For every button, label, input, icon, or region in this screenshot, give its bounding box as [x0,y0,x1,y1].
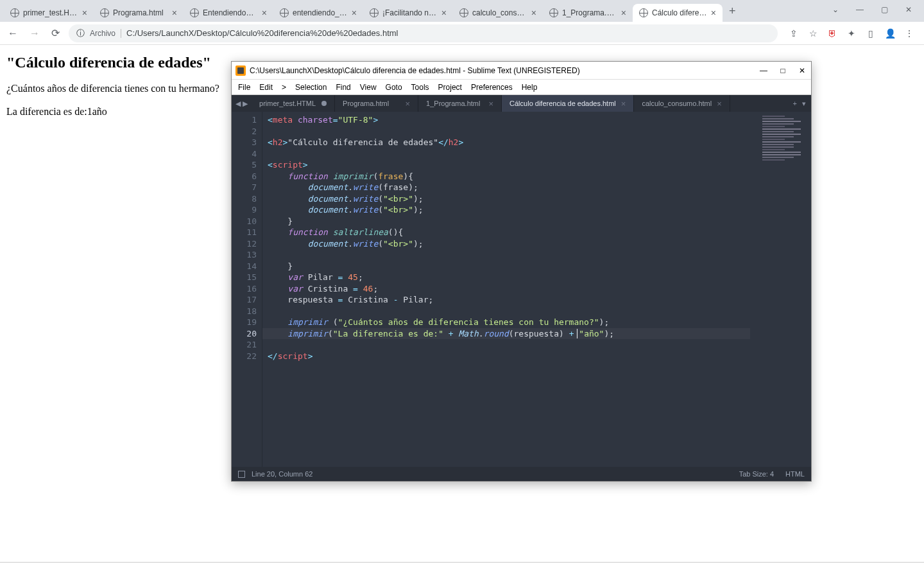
new-tab-plus-icon[interactable]: + [793,100,797,107]
globe-icon [370,8,379,17]
code-area[interactable]: <meta charset="UTF-8"> <h2>"Cálculo dife… [262,112,750,467]
os-window-controls: ⌄ — ▢ ✕ [820,0,924,19]
address-bar: ← → ⟳ ⓘ Archivo C:/Users/LaunchX/Desktop… [0,22,924,45]
line-highlight [262,328,750,340]
tab-label: Cálculo diferen… [652,8,707,17]
tab-label: 1_Programa.ht… [562,8,617,17]
menu-project[interactable]: Project [438,83,462,92]
browser-tab-4[interactable]: ¡Facilitando nu… × [363,4,453,22]
sublime-tab-3[interactable]: Cálculo diferencia de edades.html × [502,95,634,112]
browser-tab-0[interactable]: primer_test.HTML × [4,4,94,22]
tab-close-icon[interactable]: × [82,8,87,18]
line-num: 15 [234,272,257,283]
browser-tabstrip: primer_test.HTML × Programa.html × Enten… [0,0,924,22]
line-num: 5 [234,159,257,171]
browser-tab-6[interactable]: 1_Programa.ht… × [543,4,633,22]
tab-close-icon[interactable]: × [441,8,447,18]
menu-edit[interactable]: Edit [259,83,273,92]
globe-icon [10,8,19,17]
tab-close-icon[interactable]: × [531,8,536,18]
browser-tab-7[interactable]: Cálculo diferen… × [633,4,723,22]
globe-icon [100,8,109,17]
line-num: 10 [234,216,257,227]
line-num: 22 [234,351,257,362]
tab-dropdown-icon[interactable]: ▾ [802,100,806,108]
tab-label: calculo_consumo.html [642,100,712,107]
tab-close-icon[interactable]: × [405,99,410,109]
globe-icon [549,8,558,17]
omnibox[interactable]: ⓘ Archivo C:/Users/LaunchX/Desktop/Cálcu… [69,24,778,42]
line-num: 9 [234,204,257,216]
menu-goto[interactable]: Goto [386,83,402,92]
profile-icon[interactable]: 👤 [884,28,896,39]
sidepanel-icon[interactable]: ▯ [865,28,877,39]
tab-label: entendiendo_d… [293,8,348,17]
menu-help[interactable]: Help [522,83,538,92]
dirty-dot-icon [321,101,327,106]
browser-tab-2[interactable]: Entendiendo_d… × [184,4,273,22]
status-syntax[interactable]: HTML [785,470,805,478]
sublime-minimize-icon[interactable]: — [758,66,769,75]
tab-nav-arrows[interactable]: ◀ ▶ [232,95,252,112]
sublime-tab-0[interactable]: primer_test.HTML [252,95,335,112]
browser-tab-3[interactable]: entendiendo_d… × [273,4,363,22]
tab-label: calculo_consun… [472,8,527,17]
reload-button[interactable]: ⟳ [49,24,62,42]
browser-tab-5[interactable]: calculo_consun… × [453,4,543,22]
line-gutter[interactable]: 1 2 3 4 5 6 7 8 9 10 11 12 13 14 15 16 1… [232,112,262,467]
tab-label: primer_test.HTML [23,8,78,17]
sublime-titlebar[interactable]: C:\Users\LaunchX\Desktop\Cálculo diferen… [232,62,811,80]
tab-close-icon[interactable]: × [621,99,626,109]
tab-close-icon[interactable]: × [717,99,722,109]
tab-label: ¡Facilitando nu… [382,8,438,17]
tab-close-icon[interactable]: × [711,8,716,18]
line-num: 8 [234,193,257,205]
share-icon[interactable]: ⇪ [788,28,800,39]
tab-close-icon[interactable]: × [621,8,626,18]
line-num: 14 [234,261,257,272]
forward-button[interactable]: → [27,25,42,42]
close-icon[interactable]: ✕ [902,5,915,14]
status-position[interactable]: Line 20, Column 62 [252,470,312,478]
menu-tools[interactable]: Tools [411,83,429,92]
menu-find[interactable]: Find [336,83,350,92]
panel-switcher-icon[interactable] [238,471,245,478]
sublime-close-icon[interactable]: ✕ [797,66,807,75]
sublime-tab-4[interactable]: calculo_consumo.html × [634,95,730,112]
new-tab-button[interactable]: + [723,1,742,22]
sublime-logo-icon [235,66,246,76]
bookmark-icon[interactable]: ☆ [807,28,819,39]
menu-selection[interactable]: Selection [295,83,327,92]
tab-close-icon[interactable]: × [352,8,357,18]
maximize-icon[interactable]: ▢ [878,5,891,14]
tab-label: Entendiendo_d… [203,8,258,17]
line-num: 4 [234,148,257,160]
extensions-icon[interactable]: ✦ [846,28,857,39]
back-button[interactable]: ← [5,25,21,42]
menu-view[interactable]: View [360,83,377,92]
minimap[interactable] [750,112,811,467]
line-num: 16 [234,283,257,295]
menu-file[interactable]: File [238,83,250,92]
tab-close-icon[interactable]: × [488,99,493,109]
menu-icon[interactable]: ⋮ [903,28,915,39]
line-num: 13 [234,249,257,261]
globe-icon [639,8,648,17]
sublime-statusbar: Line 20, Column 62 Tab Size: 4 HTML [232,467,811,481]
line-num: 11 [234,227,257,238]
ublock-icon[interactable]: ⛨ [826,28,838,39]
minimap-content [762,116,807,162]
dropdown-icon[interactable]: ⌄ [829,5,842,14]
sublime-tab-2[interactable]: 1_Programa.html × [418,95,502,112]
sublime-tab-1[interactable]: Programa.html × [335,95,418,112]
tab-close-icon[interactable]: × [262,8,267,18]
menu-preferences[interactable]: Preferences [471,83,513,92]
site-info-icon[interactable]: ⓘ [76,28,85,39]
browser-tab-1[interactable]: Programa.html × [94,4,184,22]
minimize-icon[interactable]: — [853,5,866,14]
tab-actions: + ▾ [788,95,811,112]
line-num: 19 [234,317,257,328]
tab-close-icon[interactable]: × [172,8,177,18]
status-tabsize[interactable]: Tab Size: 4 [739,470,774,478]
sublime-maximize-icon[interactable]: □ [778,66,788,75]
